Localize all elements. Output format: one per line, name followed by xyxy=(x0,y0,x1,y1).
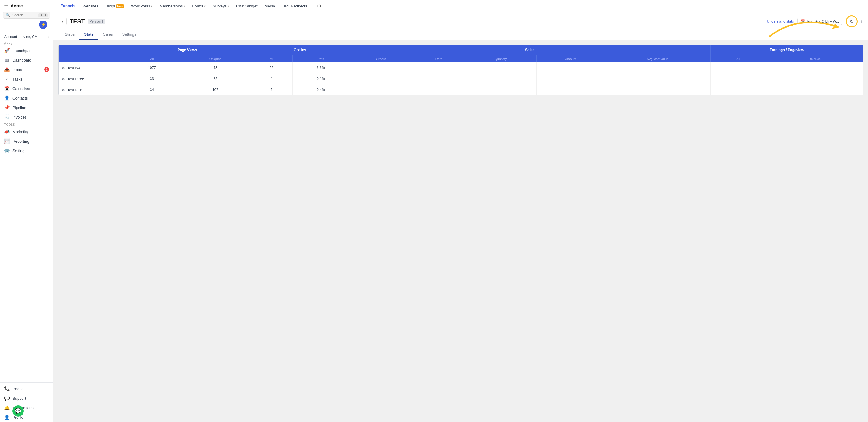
cell-oi-all: 5 xyxy=(251,84,292,95)
cell-pv-uniques: 107 xyxy=(180,84,251,95)
tab-sales[interactable]: Sales xyxy=(98,30,118,39)
sidebar-item-settings[interactable]: ⚙️ Settings xyxy=(0,146,53,155)
sub-header-s-quantity: Quantity xyxy=(465,55,536,63)
sidebar-item-label: Tasks xyxy=(12,77,22,82)
nav-item-chat-widget[interactable]: Chat Widget xyxy=(233,0,260,12)
info-icon[interactable]: ℹ xyxy=(861,19,863,24)
table-group-header-row: Page Views Opt-Ins Sales Earnings / Page… xyxy=(59,45,863,55)
sub-header-e-all: All xyxy=(711,55,766,63)
nav-label: WordPress xyxy=(131,4,150,8)
back-button[interactable]: ‹ xyxy=(59,18,66,25)
cell-oi-rate: 0.1% xyxy=(292,73,349,84)
table-body: ✉ test two 1077 43 22 3.3% - - - - - - -… xyxy=(59,62,863,95)
col-header-page-views: Page Views xyxy=(124,45,251,55)
email-icon: ✉ xyxy=(62,87,66,92)
col-header-earnings: Earnings / Pageview xyxy=(711,45,863,55)
tasks-icon: ✓ xyxy=(4,77,9,82)
sidebar-item-invoices[interactable]: 🧾 Invoices xyxy=(0,112,53,122)
cell-e-all: - xyxy=(711,84,766,95)
nav-item-media[interactable]: Media xyxy=(262,0,278,12)
date-range-picker[interactable]: 📅 Mon, Apr 24th – W... xyxy=(797,18,842,25)
logo-text: demo. xyxy=(11,3,25,9)
cell-pv-all: 1077 xyxy=(124,62,180,73)
nav-item-websites[interactable]: Websites xyxy=(80,0,101,12)
sidebar-item-dashboard[interactable]: ▦ Dashboard xyxy=(0,55,53,65)
inbox-icon: 📥 xyxy=(4,67,9,72)
sidebar-item-tasks[interactable]: ✓ Tasks xyxy=(0,74,53,84)
refresh-button[interactable]: ↻ xyxy=(846,16,858,27)
tab-steps[interactable]: Steps xyxy=(60,30,79,39)
profile-icon: 👤 xyxy=(4,415,9,420)
row-label: test two xyxy=(68,66,82,70)
sub-header-name xyxy=(59,55,124,63)
cell-name[interactable]: ✉ test two xyxy=(59,62,124,73)
hamburger-icon[interactable]: ☰ xyxy=(4,3,8,9)
account-selector[interactable]: Account -- Irvine, CA ▾ xyxy=(0,33,53,41)
table-row: ✉ test three 33 22 1 0.1% - - - - - - - xyxy=(59,73,863,84)
nav-item-funnels[interactable]: Funnels xyxy=(58,0,79,12)
page-tabs: Steps Stats Sales Settings xyxy=(59,30,863,39)
stats-table: Page Views Opt-Ins Sales Earnings / Page… xyxy=(59,45,863,95)
sub-header-pv-all: All xyxy=(124,55,180,63)
cell-s-orders: - xyxy=(349,84,413,95)
settings-gear-icon[interactable]: ⚙ xyxy=(317,3,321,9)
sidebar-item-contacts[interactable]: 👤 Contacts xyxy=(0,93,53,103)
sidebar-item-calendars[interactable]: 📅 Calendars xyxy=(0,84,53,93)
cell-pv-uniques: 22 xyxy=(180,73,251,84)
sidebar-item-label: Pipeline xyxy=(12,106,26,110)
page-title: TEST xyxy=(69,18,85,25)
apps-section-label: Apps xyxy=(0,41,53,46)
sidebar-item-support[interactable]: 💬 Support xyxy=(0,393,53,403)
nav-item-url-redirects[interactable]: URL Redirects xyxy=(279,0,310,12)
nav-item-blogs[interactable]: Blogs New xyxy=(102,0,127,12)
sidebar-item-marketing[interactable]: 📣 Marketing xyxy=(0,127,53,137)
sub-header-oi-rate: Rate xyxy=(292,55,349,63)
sidebar-item-inbox[interactable]: 📥 Inbox 1 xyxy=(0,65,53,74)
table-row: ✉ test four 34 107 5 0.4% - - - - - - - xyxy=(59,84,863,95)
sidebar-item-label: Settings xyxy=(12,149,26,153)
cell-s-orders: - xyxy=(349,62,413,73)
email-icon: ✉ xyxy=(62,77,66,81)
nav-item-memberships[interactable]: Memberships ▾ xyxy=(157,0,188,12)
chevron-down-icon: ▾ xyxy=(151,4,152,8)
bolt-button[interactable]: ⚡ xyxy=(39,21,47,29)
cell-oi-rate: 3.3% xyxy=(292,62,349,73)
cell-e-uniques: - xyxy=(766,84,863,95)
chevron-down-icon: ▾ xyxy=(48,35,49,39)
sidebar-item-launchpad[interactable]: 🚀 Launchpad xyxy=(0,46,53,55)
row-label: test four xyxy=(68,88,82,92)
tools-section-label: Tools xyxy=(0,122,53,127)
col-header-sales: Sales xyxy=(349,45,711,55)
cell-s-rate: - xyxy=(413,84,465,95)
tab-stats[interactable]: Stats xyxy=(79,30,98,39)
search-bar[interactable]: 🔍 Search ctrl K xyxy=(3,11,50,19)
sidebar-item-profile[interactable]: 👤 Profile xyxy=(0,413,53,422)
understand-stats-link[interactable]: Understand stats xyxy=(767,19,794,24)
chat-widget-button[interactable]: 💬 xyxy=(12,405,24,417)
cell-name[interactable]: ✉ test four xyxy=(59,84,124,95)
chevron-down-icon: ▾ xyxy=(227,4,229,8)
sidebar-item-phone[interactable]: 📞 Phone xyxy=(0,384,53,393)
tab-settings[interactable]: Settings xyxy=(118,30,141,39)
cell-pv-uniques: 43 xyxy=(180,62,251,73)
page-content: ‹ TEST Version 2 Understand stats 📅 Mon,… xyxy=(54,12,868,422)
nav-item-surveys[interactable]: Surveys ▾ xyxy=(210,0,232,12)
sidebar-item-label: Dashboard xyxy=(12,58,31,62)
chevron-down-icon: ▾ xyxy=(184,4,185,8)
page-header-top: ‹ TEST Version 2 Understand stats 📅 Mon,… xyxy=(59,16,863,27)
sidebar-item-reporting[interactable]: 📈 Reporting xyxy=(0,137,53,146)
col-header-opt-ins: Opt-Ins xyxy=(251,45,349,55)
cell-name[interactable]: ✉ test three xyxy=(59,73,124,84)
nav-item-forms[interactable]: Forms ▾ xyxy=(189,0,209,12)
sub-header-pv-uniques: Uniques xyxy=(180,55,251,63)
sidebar-item-notifications[interactable]: 🔔 Notifications xyxy=(0,403,53,413)
sidebar-item-label: Phone xyxy=(12,387,24,391)
nav-item-wordpress[interactable]: WordPress ▾ xyxy=(128,0,155,12)
col-header-name xyxy=(59,45,124,55)
header-right: Understand stats 📅 Mon, Apr 24th – W... … xyxy=(767,16,863,27)
sidebar-item-pipeline[interactable]: 📌 Pipeline xyxy=(0,103,53,112)
calendars-icon: 📅 xyxy=(4,86,9,91)
cell-oi-rate: 0.4% xyxy=(292,84,349,95)
search-shortcut: ctrl K xyxy=(38,13,48,17)
search-icon: 🔍 xyxy=(6,13,10,17)
